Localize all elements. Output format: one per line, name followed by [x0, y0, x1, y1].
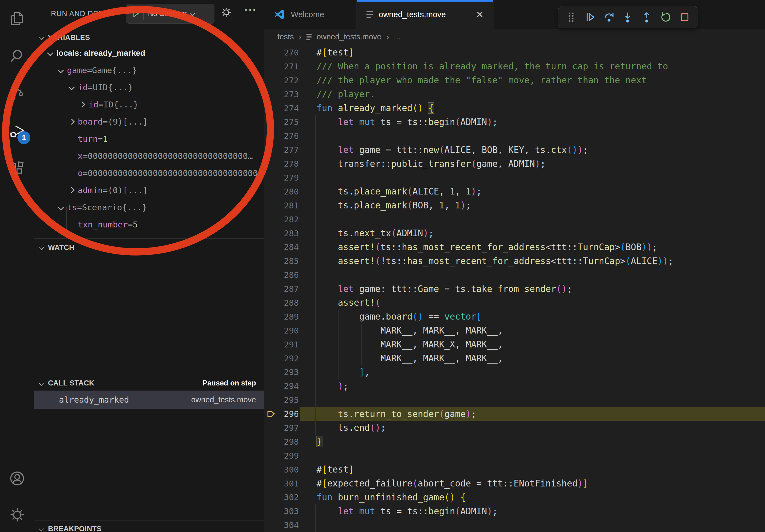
close-icon[interactable]: ✕	[476, 9, 484, 20]
code-line[interactable]: 299	[264, 449, 765, 463]
step-over-icon[interactable]	[603, 11, 615, 23]
code-line[interactable]: 284 assert!(ts::has_most_recent_for_addr…	[264, 240, 765, 254]
stop-icon[interactable]	[678, 11, 691, 23]
line-number[interactable]: 295	[264, 395, 317, 405]
code-line[interactable]: 282	[264, 212, 765, 226]
variable-row[interactable]: id = UID{...}	[34, 79, 264, 96]
line-number[interactable]: 280	[264, 187, 317, 196]
variable-row[interactable]: id = ID{...}	[34, 96, 264, 113]
code-line[interactable]: 271/// When a position is already marked…	[264, 60, 765, 73]
line-number[interactable]: 279	[264, 173, 317, 182]
settings-gear-icon[interactable]	[0, 496, 34, 532]
code-line[interactable]: 300#[test]	[264, 463, 765, 476]
line-number[interactable]: 277	[264, 145, 317, 154]
line-number[interactable]: 271	[264, 62, 317, 71]
restart-icon[interactable]	[659, 11, 672, 23]
code-line[interactable]: 302fun burn_unfinished_game() {	[264, 490, 765, 504]
more-actions-icon[interactable]: ⋯	[244, 2, 257, 17]
line-number[interactable]: 293	[264, 367, 317, 377]
line-number[interactable]: 292	[264, 354, 317, 363]
step-out-icon[interactable]	[641, 11, 653, 23]
run-and-debug-icon[interactable]: 1	[0, 113, 34, 150]
step-into-icon[interactable]	[622, 11, 634, 23]
debug-config-dropdown[interactable]: No Configur	[126, 4, 215, 24]
tab-owned-tests[interactable]: owned_tests.move ✕	[357, 0, 493, 29]
chevron-right-icon[interactable]	[69, 187, 75, 193]
explorer-icon[interactable]	[0, 0, 34, 38]
breadcrumb-folder[interactable]: tests	[278, 32, 294, 41]
code-line[interactable]: 270#[test]	[264, 46, 765, 60]
code-line[interactable]: 275 let mut ts = ts::begin(ADMIN);	[264, 115, 765, 129]
code-line[interactable]: 278 transfer::public_transfer(game, ADMI…	[264, 157, 765, 171]
line-number[interactable]: 273	[264, 90, 317, 99]
tab-welcome[interactable]: Welcome	[264, 0, 357, 29]
line-number[interactable]: 303	[264, 506, 317, 516]
line-number[interactable]: 287	[264, 284, 317, 294]
line-number[interactable]: 278	[264, 159, 317, 168]
line-number[interactable]: 283	[264, 228, 317, 238]
line-number[interactable]: 297	[264, 423, 317, 432]
code-line[interactable]: 283 ts.next_tx(ADMIN);	[264, 226, 765, 240]
gripper-icon[interactable]	[565, 11, 577, 23]
code-line[interactable]: 274fun already_marked() {	[264, 101, 765, 115]
continue-icon[interactable]	[584, 11, 596, 23]
code-line[interactable]: 294 );	[264, 379, 765, 393]
line-number[interactable]: 290	[264, 326, 317, 335]
line-number[interactable]: 275	[264, 117, 317, 127]
chevron-down-icon[interactable]	[58, 67, 64, 73]
variables-section-header[interactable]: VARIABLES	[34, 30, 264, 45]
code-line[interactable]: 297 ts.end();	[264, 421, 765, 435]
code-line[interactable]: 286	[264, 268, 765, 282]
line-number[interactable]: 282	[264, 215, 317, 224]
code-line[interactable]: 303 let mut ts = ts::begin(ADMIN);	[264, 504, 765, 518]
breakpoints-section-header[interactable]: BREAKPOINTS	[34, 521, 264, 532]
configure-gear-icon[interactable]	[220, 6, 232, 19]
code-line[interactable]: 285 assert!(!ts::has_most_recent_for_add…	[264, 254, 765, 268]
chevron-down-icon[interactable]	[58, 204, 64, 210]
code-line[interactable]: 298}	[264, 435, 765, 449]
variable-row[interactable]: turn = 1	[34, 130, 264, 147]
scope-row[interactable]: locals: already_marked	[34, 45, 264, 62]
code-line[interactable]: 304	[264, 518, 765, 532]
code-line[interactable]: 280 ts.place_mark(ALICE, 1, 1);	[264, 184, 765, 198]
line-number[interactable]: 274	[264, 104, 317, 113]
code-line[interactable]: 301#[expected_failure(abort_code = ttt::…	[264, 476, 765, 490]
code-line[interactable]: 296 ts.return_to_sender(game);	[264, 407, 765, 421]
line-number[interactable]: 285	[264, 256, 317, 266]
chevron-right-icon[interactable]	[79, 102, 86, 108]
code-line[interactable]: 272/// the player who made the "false" m…	[264, 73, 765, 87]
line-number[interactable]: 281	[264, 201, 317, 210]
code-line[interactable]: 281 ts.place_mark(BOB, 1, 1);	[264, 198, 765, 212]
call-stack-frame[interactable]: already_marked owned_tests.move	[34, 391, 264, 409]
line-number[interactable]: 302	[264, 492, 317, 502]
code-line[interactable]: 277 let game = ttt::new(ALICE, BOB, KEY,…	[264, 143, 765, 157]
line-number[interactable]: 272	[264, 76, 317, 85]
account-icon[interactable]	[0, 460, 34, 497]
code-editor[interactable]: 270#[test]271/// When a position is alre…	[264, 46, 765, 532]
code-line[interactable]: 293 ],	[264, 365, 765, 379]
line-number[interactable]: 300	[264, 465, 317, 474]
extensions-icon[interactable]	[0, 150, 34, 187]
call-stack-section-header[interactable]: CALL STACK Paused on step	[34, 376, 264, 391]
line-number[interactable]: 288	[264, 298, 317, 308]
variable-row[interactable]: ts = Scenario{...}	[34, 199, 264, 216]
code-line[interactable]: 291 MARK__, MARK_X, MARK__,	[264, 338, 765, 352]
code-line[interactable]: 288 assert!(	[264, 296, 765, 310]
chevron-down-icon[interactable]	[69, 84, 75, 91]
start-debug-icon[interactable]	[131, 9, 140, 19]
line-number[interactable]: 294	[264, 381, 317, 391]
line-number[interactable]: 289	[264, 312, 317, 322]
line-number[interactable]: 299	[264, 451, 317, 460]
code-line[interactable]: 287 let game: ttt::Game = ts.take_from_s…	[264, 282, 765, 296]
code-line[interactable]: 292 MARK__, MARK__, MARK__,	[264, 352, 765, 366]
code-line[interactable]: 289 game.board() == vector[	[264, 310, 765, 324]
line-number[interactable]: 286	[264, 270, 317, 280]
chevron-right-icon[interactable]	[69, 119, 75, 125]
breadcrumb-symbol[interactable]: ...	[394, 32, 400, 41]
line-number[interactable]: 298	[264, 437, 317, 446]
chevron-down-icon[interactable]	[47, 50, 53, 56]
variable-row[interactable]: txn_number = 5	[34, 216, 264, 233]
code-line[interactable]: 279	[264, 171, 765, 184]
code-line[interactable]: 295	[264, 393, 765, 407]
line-number[interactable]: 284	[264, 242, 317, 252]
